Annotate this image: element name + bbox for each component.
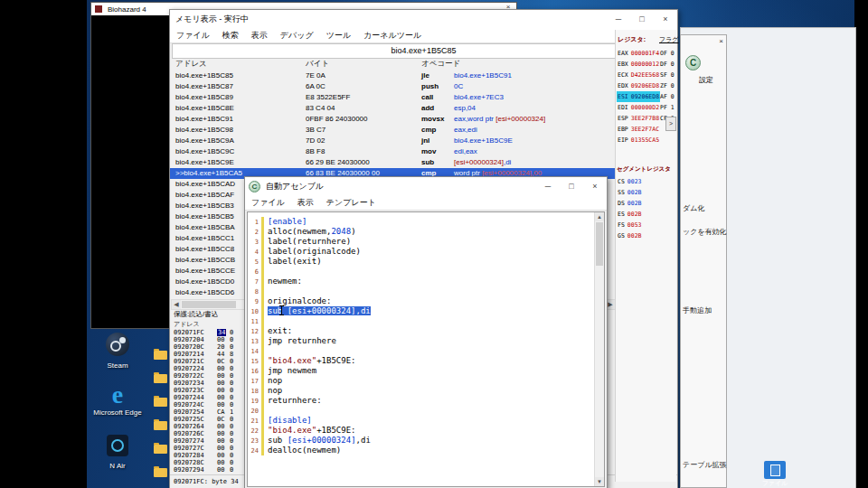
script-line[interactable]: 15"bio4.exe"+1B5C9E: <box>248 356 594 366</box>
disasm-row[interactable]: bio4.exe+1B5C9E66 29 BE 24030000sub[esi+… <box>170 157 615 168</box>
file-tile-label: ファイル <box>760 479 790 488</box>
desktop-icon-nair[interactable]: N Air <box>92 435 143 470</box>
script-line[interactable]: 13jmp returnhere <box>248 336 594 346</box>
operand-segment: bio4.exe+7EC3 <box>454 93 504 101</box>
script-line[interactable]: 17nop <box>248 376 594 386</box>
memory-viewer-menu-item[interactable]: 検索 <box>216 30 245 42</box>
auto-assembler-window[interactable]: C 自動アセンブル ─ □ × ファイル表示テンプレート 1[enable]2a… <box>244 176 608 488</box>
auto-assembler-menu-item[interactable]: 表示 <box>291 197 320 209</box>
script-line[interactable]: 19returnhere: <box>248 396 594 406</box>
desktop-root: { "chrome": {"min":"─","max":"□","close"… <box>0 0 868 488</box>
flag-row: SF 0 <box>660 70 676 80</box>
script-line[interactable]: 7newmem: <box>248 277 594 286</box>
memory-viewer-menu-item[interactable]: 表示 <box>245 30 274 42</box>
script-line[interactable]: 5label(exit) <box>248 257 594 267</box>
minimize-icon[interactable]: ─ <box>536 177 560 195</box>
scroll-down-icon[interactable]: ▼ <box>595 477 604 486</box>
disasm-row[interactable]: bio4.exe+1B5C9A7D 02jnlbio4.exe+1B5C9E <box>170 136 615 146</box>
memory-viewer-menu-item[interactable]: ファイル <box>170 30 216 42</box>
scroll-left-icon[interactable]: ◀ <box>172 300 181 309</box>
folder-icon[interactable] <box>154 445 167 454</box>
register-row[interactable]: EAX000001F4 <box>617 48 660 59</box>
register-row[interactable]: ESP3EE2F7B8 <box>617 113 660 124</box>
hex-byte: 00 <box>217 452 224 459</box>
hex-byte: 0C <box>217 358 224 365</box>
auto-assembler-menu-item[interactable]: テンプレート <box>320 197 382 209</box>
script-line[interactable]: 6 <box>248 267 594 277</box>
memory-viewer-menu-item[interactable]: カーネルツール <box>357 30 428 42</box>
script-line[interactable]: 9originalcode: <box>248 296 594 306</box>
disasm-row[interactable]: bio4.exe+1B5C89E8 3522E5FFcallbio4.exe+7… <box>170 92 615 103</box>
minimize-icon[interactable]: ─ <box>607 10 630 28</box>
disasm-row[interactable]: bio4.exe+1B5C857E 0Ajlebio4.exe+1B5C91 <box>170 70 615 81</box>
script-line[interactable]: 12exit: <box>248 326 594 336</box>
script-line[interactable]: 1[enable] <box>248 217 594 227</box>
script-lines[interactable]: 1[enable]2alloc(newmem,2048)3label(retur… <box>248 217 594 455</box>
scroll-up-icon[interactable]: ▲ <box>595 212 604 221</box>
script-line[interactable]: 24dealloc(newmem) <box>248 446 594 455</box>
script-line[interactable]: 21[disable] <box>248 416 594 426</box>
close-icon[interactable]: × <box>583 177 607 195</box>
file-tile[interactable] <box>764 461 786 479</box>
maximize-icon[interactable]: □ <box>630 10 654 28</box>
memory-viewer-menu-item[interactable]: ツール <box>320 30 357 42</box>
register-list[interactable]: EAX000001F4EBX00000012ECXD42EE568EDX0920… <box>617 48 660 145</box>
folder-icon[interactable] <box>154 468 167 477</box>
hex-byte: 0 <box>230 401 233 408</box>
memory-viewer-titlebar[interactable]: メモリ表示 - 実行中 ─ □ × <box>170 10 677 29</box>
disasm-row[interactable]: bio4.exe+1B5C8E83 C4 04addesp,04 <box>170 103 615 114</box>
maximize-icon[interactable]: □ <box>560 177 583 195</box>
script-line[interactable]: 11 <box>248 316 594 326</box>
script-line[interactable]: 8 <box>248 286 594 296</box>
disasm-row[interactable]: bio4.exe+1B5C9C8B F8movedi,eax <box>170 146 615 157</box>
script-line[interactable]: 22"bio4.exe"+1B5C9E: <box>248 426 594 436</box>
disasm-bytes: E8 3522E5FF <box>306 92 350 103</box>
cheat-engine-side-panel[interactable]: × C 設定 ダム化ックを有効化手動追加テーブル拡張 <box>680 34 727 488</box>
register-row[interactable]: EBX00000012 <box>617 59 660 70</box>
register-row[interactable]: EIP01355CA5 <box>617 135 660 145</box>
register-row[interactable]: ECXD42EE568 <box>617 70 660 80</box>
register-row[interactable]: EBP3EE2F7AC <box>617 124 660 135</box>
script-line[interactable]: 14 <box>248 346 594 356</box>
scrollbar-thumb[interactable] <box>182 301 236 308</box>
hex-byte: 0 <box>230 430 233 437</box>
register-row[interactable]: ESI09206ED8 <box>617 91 660 102</box>
script-line[interactable]: 18nop <box>248 386 594 396</box>
hex-byte: 0 <box>230 329 233 336</box>
settings-button[interactable]: 設定 <box>699 75 713 85</box>
hex-byte: 0 <box>230 423 233 430</box>
disasm-row[interactable]: bio4.exe+1B5C876A 0Cpush0C <box>170 81 615 92</box>
script-line[interactable]: 3label(returnhere) <box>248 237 594 247</box>
memory-viewer-menu-item[interactable]: デバッグ <box>274 30 320 42</box>
close-icon[interactable]: × <box>719 37 723 45</box>
script-line[interactable]: 10sub [esi+00000324],di <box>248 306 594 316</box>
desktop-icon-steam[interactable]: Steam <box>92 333 143 370</box>
line-code: returnhere: <box>268 396 322 406</box>
folder-icon[interactable] <box>154 421 167 430</box>
disasm-row[interactable]: bio4.exe+1B5C983B C7cmpeax,edi <box>170 125 615 136</box>
script-line[interactable]: 2alloc(newmem,2048) <box>248 227 594 237</box>
script-line[interactable]: 4label(originalcode) <box>248 247 594 257</box>
close-icon[interactable]: × <box>654 10 677 28</box>
folder-icon[interactable] <box>154 398 167 407</box>
folder-icon[interactable] <box>154 351 167 360</box>
script-line[interactable]: 23sub [esi+00000324],di <box>248 436 594 446</box>
editor-vscrollbar[interactable]: ▲ ▼ <box>594 212 604 486</box>
scrollbar-thumb[interactable] <box>596 222 603 266</box>
address-field[interactable]: bio4.exe+1B5C85 <box>172 43 675 59</box>
hex-address: 0920727C <box>174 445 204 452</box>
register-row[interactable]: EDI000000D2 <box>617 102 660 113</box>
script-line[interactable]: 20 <box>248 406 594 416</box>
auto-assembler-titlebar[interactable]: C 自動アセンブル ─ □ × <box>245 177 607 196</box>
folder-icon[interactable] <box>154 374 167 383</box>
expand-button[interactable]: > <box>665 117 676 131</box>
hex-byte: 0 <box>230 452 233 459</box>
disasm-row[interactable]: bio4.exe+1B5C910FBF 86 24030000movsxeax,… <box>170 114 615 125</box>
hex-byte: 0 <box>230 380 233 387</box>
auto-assembler-menu-item[interactable]: ファイル <box>245 197 291 209</box>
script-editor[interactable]: 1[enable]2alloc(newmem,2048)3label(retur… <box>247 211 605 487</box>
desktop-icon-edge[interactable]: e Microsoft Edge <box>92 383 143 417</box>
script-line[interactable]: 16jmp newmem <box>248 366 594 376</box>
nair-icon-label: N Air <box>92 462 143 470</box>
register-row[interactable]: EDX09206ED8 <box>617 80 660 91</box>
